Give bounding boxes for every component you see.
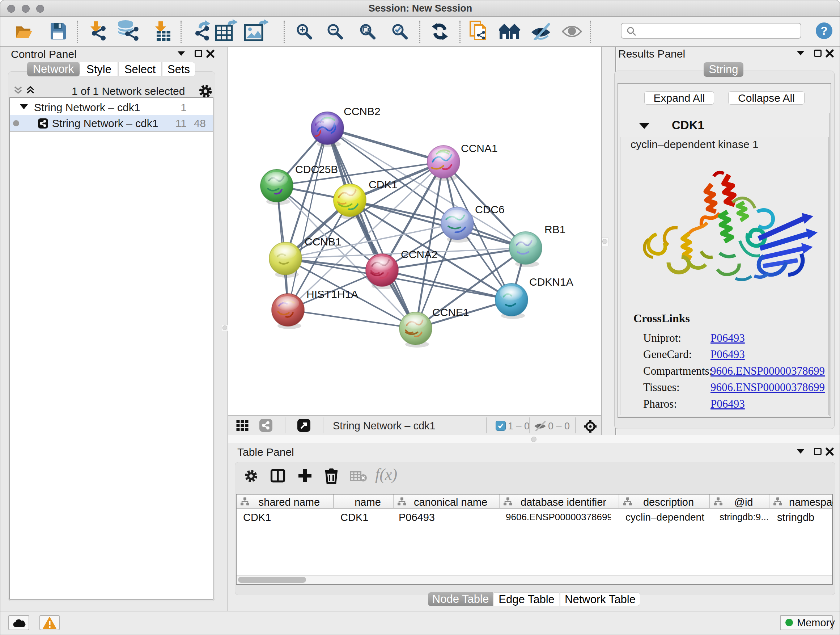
svg-text:CCNB1: CCNB1 (305, 236, 341, 248)
svg-text:CDKN1A: CDKN1A (529, 276, 573, 288)
svg-text:CDC25B: CDC25B (295, 163, 338, 175)
svg-text:CCNB2: CCNB2 (344, 105, 381, 117)
svg-text:HIST1H1A: HIST1H1A (306, 288, 358, 300)
svg-text:RB1: RB1 (545, 223, 565, 235)
svg-text:CCNA1: CCNA1 (461, 142, 498, 154)
svg-text:CDK1: CDK1 (369, 179, 398, 190)
svg-text:CCNE1: CCNE1 (432, 306, 469, 318)
svg-text:CCNA2: CCNA2 (401, 249, 438, 260)
svg-text:CDC6: CDC6 (475, 203, 505, 215)
